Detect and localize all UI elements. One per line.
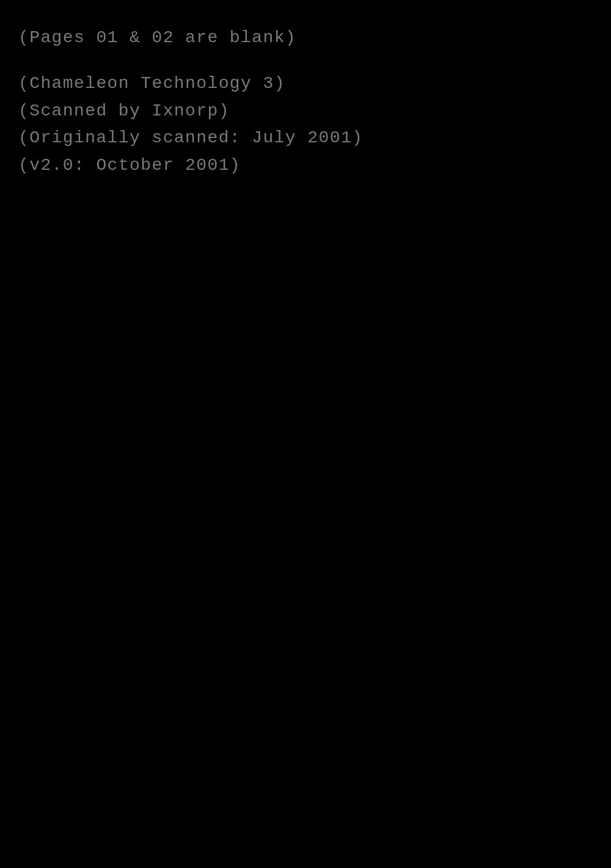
main-content: (Pages 01 & 02 are blank) (Chameleon Tec… <box>18 24 593 180</box>
spacer <box>18 52 593 70</box>
scanned-by-line: (Scanned by Ixnorp) <box>18 98 593 125</box>
version-line: (v2.0: October 2001) <box>18 152 593 180</box>
chameleon-tech-line: (Chameleon Technology 3) <box>18 70 593 98</box>
originally-scanned-line: (Originally scanned: July 2001) <box>18 125 593 152</box>
pages-blank-note: (Pages 01 & 02 are blank) <box>18 24 593 52</box>
